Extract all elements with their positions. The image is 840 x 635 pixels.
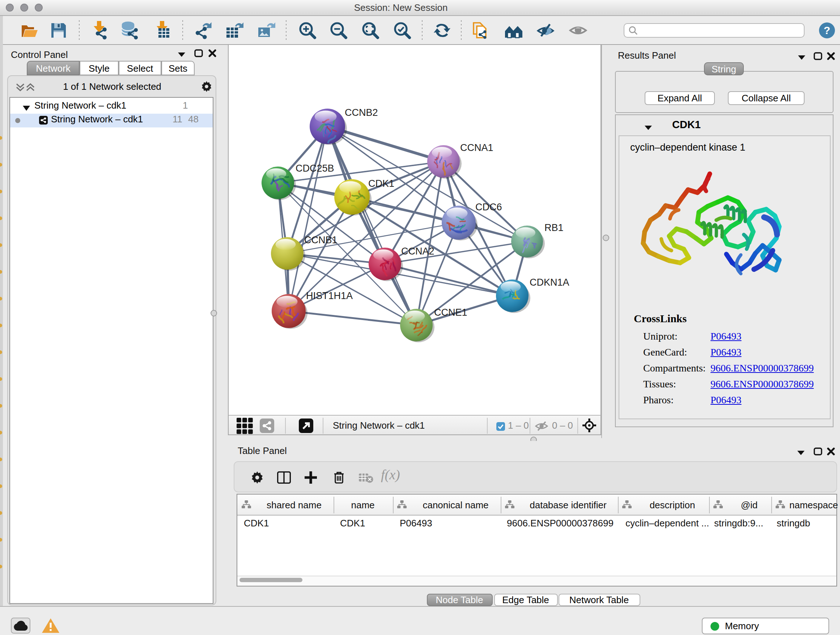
svg-text:HIST1H1A: HIST1H1A [306, 290, 353, 301]
svg-text:CCNA2: CCNA2 [401, 246, 434, 257]
svg-text:CDKN1A: CDKN1A [530, 277, 569, 288]
svg-text:CDK1: CDK1 [368, 178, 394, 189]
svg-text:RB1: RB1 [545, 222, 564, 233]
svg-text:CDC25B: CDC25B [295, 163, 334, 174]
svg-text:CDC6: CDC6 [475, 202, 502, 212]
svg-text:CCNB1: CCNB1 [304, 234, 338, 245]
svg-text:CCNB2: CCNB2 [345, 107, 378, 118]
svg-text:CCNA1: CCNA1 [460, 142, 493, 153]
svg-text:CCNE1: CCNE1 [434, 307, 467, 318]
